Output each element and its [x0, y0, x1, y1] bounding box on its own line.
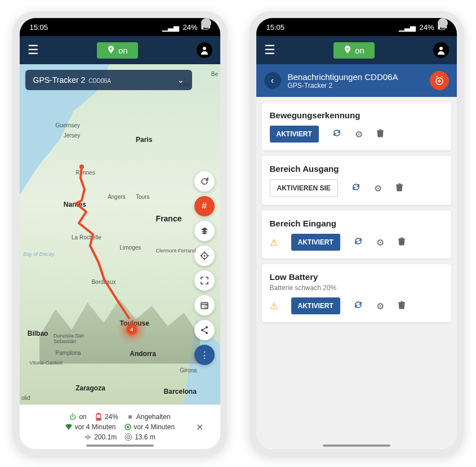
- gear-icon[interactable]: ⚙: [376, 301, 384, 312]
- sync-icon[interactable]: [332, 128, 341, 140]
- menu-icon[interactable]: ☰: [264, 43, 275, 57]
- on-label: on: [355, 46, 364, 55]
- warning-icon: ⚠: [270, 301, 278, 312]
- layers-button[interactable]: [194, 221, 215, 241]
- hashtag-button[interactable]: #: [194, 196, 215, 216]
- city-label: Jersey: [64, 132, 80, 139]
- svg-rect-20: [97, 413, 100, 414]
- pin-check-icon: [107, 46, 115, 55]
- card-title: Bereich Ausgang: [270, 164, 443, 174]
- gear-icon[interactable]: ⚙: [374, 183, 382, 194]
- city-label: Bordeaux: [92, 279, 116, 285]
- svg-point-3: [203, 47, 206, 50]
- activate-button[interactable]: AKTIVIERT: [270, 126, 319, 143]
- info-status2: Angehalten: [136, 413, 171, 421]
- svg-point-14: [206, 326, 208, 328]
- country-label: Andorra: [130, 350, 156, 358]
- tracker-dropdown[interactable]: GPS-Tracker 2 CDD06A ⌄: [25, 70, 192, 90]
- back-button[interactable]: ‹: [264, 72, 281, 89]
- info-accuracy: 13.6 m: [135, 433, 155, 441]
- map-canvas[interactable]: Guernsey Jersey Paris Lille Be Rennes Na…: [20, 64, 220, 404]
- sync-icon[interactable]: [352, 183, 361, 194]
- status-bar: 15:05 ▁▃▅ 24%: [20, 18, 220, 36]
- phone-frame-notifications: 15:05 ▁▃▅ 24% ☰ on ‹ Benachrichtigungen …: [250, 11, 464, 456]
- phone-frame-map: 15:05 ▁▃▅ 24% ☰ on Guernsey Jersey Paris…: [13, 11, 227, 456]
- trash-icon[interactable]: [398, 300, 406, 312]
- svg-line-36: [441, 76, 443, 77]
- gear-icon[interactable]: ⚙: [376, 237, 384, 248]
- home-indicator: [323, 444, 390, 447]
- accuracy-icon: [124, 433, 132, 441]
- city-label: Clermont-Ferrand: [156, 248, 196, 253]
- activate-button[interactable]: AKTIVIERT: [291, 234, 340, 251]
- svg-rect-21: [97, 418, 100, 420]
- sync-icon[interactable]: [354, 300, 363, 312]
- gear-icon[interactable]: ⚙: [355, 129, 363, 140]
- avatar-button[interactable]: [433, 42, 449, 58]
- svg-point-23: [127, 426, 129, 428]
- svg-point-6: [203, 255, 205, 257]
- page-subtitle: GPS-Tracker 2: [288, 82, 423, 90]
- trash-icon[interactable]: [398, 237, 406, 248]
- city-label: Guernsey: [56, 122, 80, 128]
- home-indicator: [86, 444, 154, 447]
- trash-icon[interactable]: [395, 183, 403, 194]
- calendar-button[interactable]: [194, 295, 215, 315]
- notifications-list[interactable]: Bewegungserkennung AKTIVIERT ⚙ Bereich A…: [256, 97, 457, 449]
- sea-region: [20, 64, 110, 251]
- city-label: Zaragoza: [75, 384, 105, 392]
- city-label: olid: [21, 395, 30, 401]
- more-button[interactable]: ⋮: [194, 345, 215, 365]
- share-button[interactable]: [194, 320, 215, 340]
- card-title: Bewegungserkennung: [270, 110, 443, 120]
- trash-icon[interactable]: [376, 128, 384, 140]
- close-info-icon[interactable]: ✕: [196, 422, 203, 433]
- menu-icon[interactable]: ☰: [28, 43, 39, 57]
- city-label: Tours: [136, 194, 149, 200]
- dropdown-id: CDD06A: [88, 78, 110, 84]
- sync-icon[interactable]: [354, 237, 363, 248]
- city-label: Limoges: [120, 244, 141, 251]
- svg-point-4: [79, 164, 84, 169]
- screen-map: 15:05 ▁▃▅ 24% ☰ on Guernsey Jersey Paris…: [20, 18, 220, 449]
- tracker-on-button[interactable]: on: [97, 42, 138, 59]
- fullscreen-button[interactable]: [194, 270, 215, 291]
- battery-low-icon: [95, 413, 103, 421]
- info-altitude: 200.1m: [94, 433, 117, 441]
- signal-icon: ▁▃▅: [399, 23, 416, 32]
- add-alarm-button[interactable]: [430, 71, 449, 90]
- page-title: Benachrichtigungen CDD06A: [288, 72, 423, 82]
- svg-line-35: [436, 76, 438, 77]
- notification-card: Bereich Eingang ⚠ AKTIVIERT ⚙: [262, 211, 451, 259]
- info-gps-time: vor 4 Minuten: [134, 423, 175, 431]
- altitude-icon: [84, 433, 92, 441]
- app-header: ☰ on: [20, 36, 220, 64]
- status-time: 15:05: [266, 23, 285, 32]
- location-marker[interactable]: 4: [127, 324, 137, 335]
- activate-button[interactable]: AKTIVIEREN SIE: [270, 179, 338, 197]
- svg-point-13: [204, 305, 207, 308]
- refresh-button[interactable]: [194, 171, 215, 192]
- city-label: Paris: [136, 136, 152, 144]
- on-label: on: [118, 46, 128, 55]
- pin-check-icon: [344, 46, 352, 55]
- svg-line-17: [203, 328, 206, 330]
- chevron-down-icon: ⌄: [177, 75, 184, 84]
- notifications-header: ‹ Benachrichtigungen CDD06A GPS-Tracker …: [256, 64, 457, 97]
- locate-button[interactable]: [194, 246, 215, 266]
- camera-notch: [201, 18, 211, 28]
- country-label: France: [156, 214, 182, 223]
- sea-label: Bay of Biscay: [24, 251, 55, 257]
- svg-point-31: [439, 47, 443, 50]
- camera-notch: [438, 18, 448, 28]
- city-label: Bilbao: [28, 330, 48, 337]
- city-label: Be: [211, 71, 218, 77]
- map-controls: # ⋮: [194, 171, 215, 365]
- notification-card: Bewegungserkennung AKTIVIERT ⚙: [262, 103, 451, 150]
- activate-button[interactable]: AKTIVIERT: [291, 297, 340, 314]
- status-battery: 24%: [419, 23, 434, 32]
- city-label: Angers: [108, 194, 126, 200]
- tracker-on-button[interactable]: on: [333, 42, 375, 59]
- avatar-button[interactable]: [197, 42, 212, 58]
- card-subtitle: Batterie schwach 20%: [270, 284, 443, 292]
